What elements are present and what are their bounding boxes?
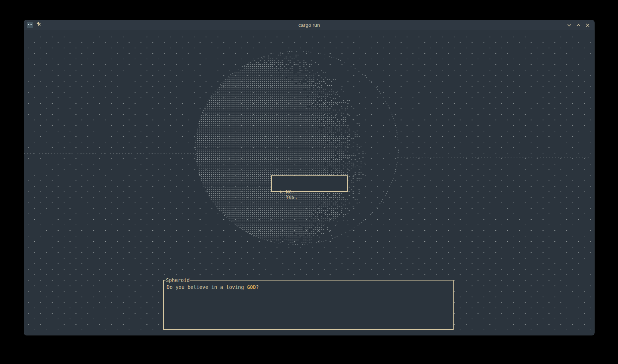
x-icon <box>585 23 590 27</box>
spheroid-dither-dots <box>197 53 365 243</box>
menu-cursor: -> <box>277 189 286 194</box>
dialog-question: Do you believe in a loving <box>167 284 247 290</box>
chevron-down-icon <box>567 23 572 27</box>
menu-option-label: No. <box>286 189 294 194</box>
maximize-button[interactable] <box>576 23 581 27</box>
horizon-ring-dots <box>24 153 589 158</box>
dialog-question-accent: GOD <box>247 284 256 290</box>
terminal-viewport: -> No.Yes. Spheroid Do you believe in a … <box>24 30 594 335</box>
spheroid-outline-dots <box>195 51 399 245</box>
minimize-button[interactable] <box>567 23 572 27</box>
dialog-question-end: ? <box>256 284 259 290</box>
dialog-text: Do you believe in a loving GOD? <box>164 281 453 290</box>
chevron-up-icon <box>576 23 581 27</box>
dialog-box: Spheroid Do you believe in a loving GOD? <box>163 280 454 330</box>
dialog-title: Spheroid <box>165 277 190 283</box>
menu-options: -> No.Yes. <box>277 189 347 200</box>
menu-option-label: Yes. <box>286 194 298 200</box>
menu-option[interactable]: Yes. <box>277 194 347 200</box>
terminal-window: cargo run <box>24 20 594 335</box>
window-title: cargo run <box>24 20 594 30</box>
menu-option[interactable]: -> No. <box>277 189 347 194</box>
window-controls <box>567 20 590 30</box>
choice-menu: -> No.Yes. <box>271 175 348 192</box>
titlebar: cargo run <box>24 20 594 30</box>
close-button[interactable] <box>585 23 590 27</box>
